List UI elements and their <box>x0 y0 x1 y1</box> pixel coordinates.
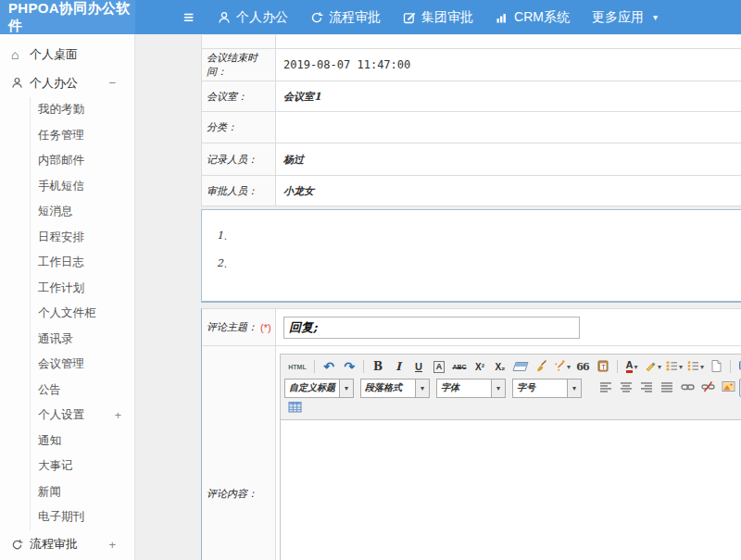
ordered-list-icon <box>665 359 678 375</box>
sidebar-item-memorabilia[interactable]: 大事记 <box>31 454 134 479</box>
align-left-button[interactable] <box>597 379 615 397</box>
html-source-button[interactable]: HTML <box>285 357 309 376</box>
comment-content-label: 评论内容： <box>202 346 276 560</box>
font-color-button[interactable]: A▾ <box>622 357 641 376</box>
collapse-icon[interactable]: − <box>108 76 123 90</box>
comment-subject-input[interactable] <box>283 317 580 339</box>
bold-button[interactable]: B <box>369 357 387 376</box>
redo-icon: ↷ <box>344 360 355 373</box>
sidebar-item-contacts[interactable]: 通讯录 <box>31 327 134 353</box>
field-value: 杨过 <box>276 143 741 175</box>
sidebar-item-mobile-sms[interactable]: 手机短信 <box>31 174 134 200</box>
underline-button[interactable]: U <box>409 357 428 376</box>
process-icon <box>310 11 323 24</box>
italic-button[interactable]: I <box>389 357 408 376</box>
caret-down-icon: ▾ <box>415 380 429 397</box>
meeting-detail-table: 会议结束时间： 2019-08-07 11:47:00 会议室： 会议室1 分类… <box>201 35 741 206</box>
expand-icon[interactable]: + <box>115 409 134 422</box>
nav-more-apps[interactable]: 更多应用 ▾ <box>592 9 658 26</box>
redo-button[interactable]: ↷ <box>340 357 358 376</box>
justify-button[interactable] <box>658 379 676 397</box>
subscript-button[interactable]: X₂ <box>491 357 509 376</box>
align-right-button[interactable] <box>637 379 656 397</box>
paste-as-text-button[interactable]: T <box>594 357 612 376</box>
person-icon <box>11 77 30 89</box>
ordered-list-button[interactable]: ▾ <box>664 357 684 376</box>
subscript-icon: X₂ <box>495 362 505 372</box>
sidebar-item-file-cabinet[interactable]: 个人文件柜 <box>31 301 134 327</box>
sidebar-item-announcement[interactable]: 公告 <box>31 378 134 404</box>
caret-down-icon: ▾ <box>658 363 661 371</box>
superscript-button[interactable]: X² <box>471 357 489 376</box>
sidebar-item-personal-office[interactable]: 个人办公 − <box>0 68 134 97</box>
doodle-pen-button[interactable]: ▾ <box>552 357 571 376</box>
table-row-approver: 审批人员： 小龙女 <box>202 176 741 206</box>
sidebar-item-e-journal[interactable]: 电子期刊 <box>31 504 134 530</box>
highlight-button[interactable]: ▾ <box>643 357 662 376</box>
clean-button[interactable] <box>532 357 550 376</box>
content-line: 1、 <box>217 229 741 243</box>
font-family-dropdown[interactable]: 字体▾ <box>436 379 506 398</box>
unordered-list-button[interactable]: ▾ <box>685 357 705 376</box>
nav-crm-system[interactable]: CRM系统 <box>496 9 570 26</box>
required-mark: (*) <box>260 322 271 333</box>
comment-subject-row: 评论主题： (*) <box>202 309 741 346</box>
caret-down-icon: ▾ <box>567 363 571 371</box>
field-label: 会议室： <box>202 81 276 111</box>
font-background-button[interactable]: A <box>430 357 448 376</box>
sidebar-item-task-management[interactable]: 任务管理 <box>31 123 134 149</box>
caret-down-icon: ▾ <box>679 363 683 371</box>
image-icon <box>722 380 735 395</box>
sidebar-item-short-message[interactable]: 短消息 <box>31 199 134 225</box>
custom-heading-dropdown[interactable]: 自定义标题▾ <box>284 379 354 398</box>
font-color-icon: A <box>626 360 634 373</box>
field-label: 分类： <box>202 112 276 143</box>
remove-format-button[interactable] <box>511 357 530 376</box>
undo-button[interactable]: ↶ <box>320 357 338 376</box>
paragraph-format-dropdown[interactable]: 段落格式▾ <box>360 379 430 398</box>
screen-icon <box>738 359 741 375</box>
font-size-dropdown[interactable]: 字号▾ <box>512 379 582 398</box>
caret-down-icon: ▾ <box>634 363 637 371</box>
sidebar-item-work-log[interactable]: 工作日志 <box>31 250 134 276</box>
expand-icon[interactable]: + <box>108 538 123 552</box>
field-value: 会议室1 <box>276 81 741 111</box>
new-page-button[interactable] <box>707 357 725 376</box>
fullscreen-button[interactable] <box>735 357 741 376</box>
sidebar-item-internal-mail[interactable]: 内部邮件 <box>31 148 134 174</box>
nav-group-approval[interactable]: 集团审批 <box>403 9 473 26</box>
caret-down-icon: ▾ <box>339 380 353 397</box>
sidebar-item-workflow-approval[interactable]: 流程审批 + <box>0 530 134 559</box>
highlight-marker-icon <box>644 359 657 375</box>
insert-table-button[interactable] <box>285 399 304 417</box>
blockquote-button[interactable]: 66 <box>573 357 592 376</box>
align-center-icon <box>620 381 633 395</box>
table-row-end-time: 会议结束时间： 2019-08-07 11:47:00 <box>202 49 741 81</box>
nav-personal-office[interactable]: 个人办公 <box>218 9 288 26</box>
menu-toggle-icon[interactable]: ≡ <box>183 0 194 34</box>
strikethrough-icon: ABC <box>452 364 466 370</box>
editor-content-area[interactable] <box>280 420 741 560</box>
sidebar-item-personal-settings[interactable]: 个人设置 + <box>31 403 134 429</box>
align-center-button[interactable] <box>617 379 635 397</box>
toolbar-separator <box>363 360 364 373</box>
sidebar-item-desktop[interactable]: ⌂ 个人桌面 <box>0 40 134 68</box>
app-logo[interactable]: PHPOA协同办公软件 <box>0 0 135 34</box>
align-right-icon <box>640 381 653 395</box>
unlink-button[interactable] <box>698 379 717 397</box>
sidebar-item-schedule[interactable]: 日程安排 <box>31 225 134 251</box>
sidebar-item-meeting-management[interactable]: 会议管理 <box>31 352 134 378</box>
sidebar-item-notice[interactable]: 通知 <box>31 429 134 454</box>
strikethrough-button[interactable]: ABC <box>450 357 469 376</box>
bar-chart-icon <box>496 11 509 24</box>
nav-workflow-approval[interactable]: 流程审批 <box>310 9 381 26</box>
sidebar-item-attendance[interactable]: 我的考勤 <box>31 97 134 123</box>
meeting-content-box: 1、 2、 <box>201 209 741 303</box>
font-background-icon: A <box>433 361 446 373</box>
personal-office-submenu: 我的考勤 任务管理 内部邮件 手机短信 短消息 日程安排 工作日志 工作计划 个… <box>30 97 134 530</box>
link-button[interactable] <box>678 379 697 397</box>
sidebar-item-news[interactable]: 新闻 <box>31 479 134 505</box>
comment-subject-label: 评论主题： <box>207 320 257 334</box>
sidebar-item-work-plan[interactable]: 工作计划 <box>31 276 134 302</box>
insert-image-button[interactable] <box>719 379 737 397</box>
